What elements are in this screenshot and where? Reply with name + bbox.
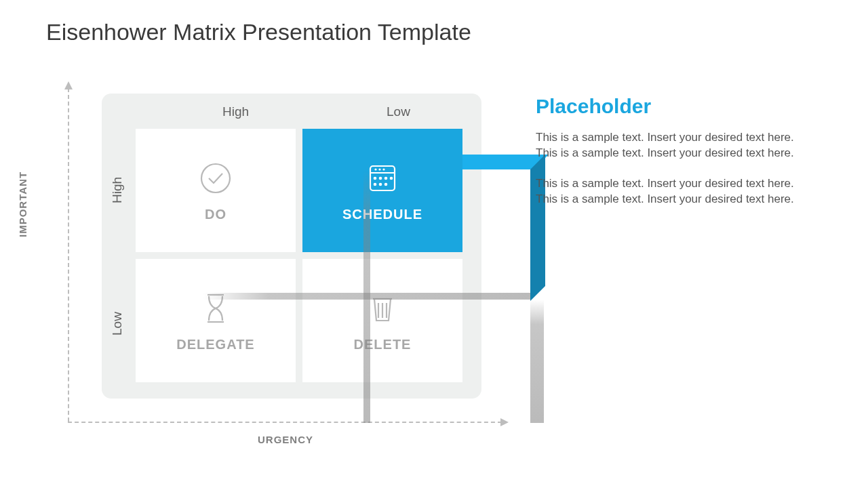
quadrant-delete-label: DELETE: [354, 337, 412, 352]
quadrant-do: DO: [136, 129, 296, 252]
page-title: Eisenhower Matrix Presentation Template: [46, 19, 471, 45]
svg-point-7: [379, 176, 382, 180]
y-axis-label: IMPORTANT: [17, 171, 28, 237]
x-axis-label: URGENCY: [258, 434, 313, 445]
y-axis-line: [68, 88, 69, 422]
sidebar-paragraph-1: This is a sample text. Insert your desir…: [536, 130, 807, 161]
svg-point-8: [384, 176, 388, 180]
check-circle-icon: [197, 159, 235, 197]
quadrant-delegate: DELEGATE: [136, 259, 296, 382]
x-axis-arrow-icon: [500, 418, 509, 426]
quadrant-grid: DO SCHEDULE: [136, 129, 462, 382]
svg-point-11: [379, 182, 382, 186]
row-header-low: Low: [110, 312, 125, 336]
matrix-chart: IMPORTANT URGENCY High Low High Low DO: [68, 88, 515, 447]
svg-point-5: [382, 168, 384, 170]
quadrant-schedule: SCHEDULE: [302, 129, 462, 252]
svg-point-6: [374, 176, 377, 180]
quadrant-do-label: DO: [205, 207, 226, 222]
row-header-high: High: [110, 177, 125, 203]
column-header-high: High: [222, 104, 249, 119]
sidebar-paragraph-2: This is a sample text. Insert your desir…: [536, 176, 807, 207]
sidebar-heading: Placeholder: [536, 95, 807, 118]
x-axis-line: [68, 422, 502, 423]
svg-point-9: [390, 176, 393, 180]
divider-vertical-shadow: [363, 169, 370, 423]
svg-point-0: [201, 164, 230, 192]
y-axis-arrow-icon: [64, 81, 73, 89]
quadrant-delegate-label: DELEGATE: [176, 337, 254, 352]
column-header-low: Low: [387, 104, 410, 119]
quadrant-schedule-label: SCHEDULE: [342, 207, 422, 222]
quadrant-delete: DELETE: [302, 259, 462, 382]
svg-point-12: [384, 182, 388, 186]
svg-point-10: [374, 182, 377, 186]
right-edge-shadow: [530, 300, 544, 423]
svg-point-4: [378, 168, 380, 170]
svg-point-3: [374, 168, 376, 170]
sidebar-text: Placeholder This is a sample text. Inser…: [536, 95, 807, 222]
